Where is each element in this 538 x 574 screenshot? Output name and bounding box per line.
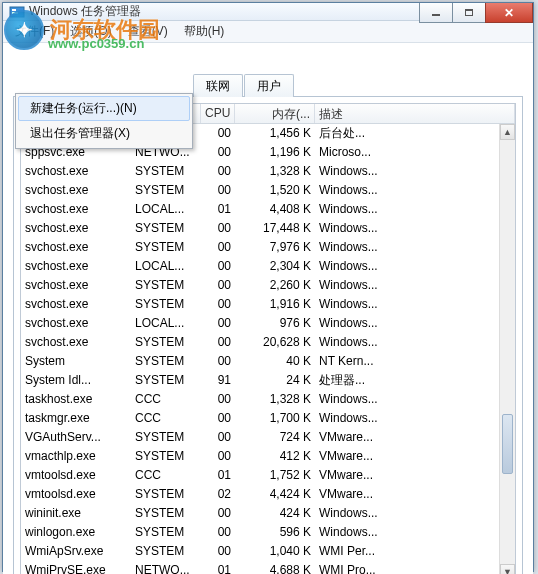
tab-networking[interactable]: 联网 (193, 74, 243, 97)
table-row[interactable]: svchost.exeSYSTEM001,328 KWindows... (21, 162, 515, 181)
process-list: 映像名称 用户名 CPU 内存(... 描述 spoolsv.exeSYSTEM… (20, 103, 516, 574)
table-row[interactable]: vmtoolsd.exeCCC011,752 KVMware... (21, 466, 515, 485)
scroll-down-icon[interactable]: ▼ (500, 564, 515, 574)
menubar: 文件(F) 选项(O) 查看(V) 帮助(H) (3, 21, 533, 43)
table-row[interactable]: WmiPrvSE.exeNETWO...014,688 KWMI Pro... (21, 561, 515, 574)
table-row[interactable]: svchost.exeSYSTEM002,260 KWindows... (21, 276, 515, 295)
table-row[interactable]: svchost.exeLOCAL...002,304 KWindows... (21, 257, 515, 276)
menu-item-exit[interactable]: 退出任务管理器(X) (18, 121, 190, 146)
task-manager-window: Windows 任务管理器 ✕ 文件(F) 选项(O) 查看(V) 帮助(H) … (2, 2, 534, 572)
tab-users[interactable]: 用户 (244, 74, 294, 97)
file-menu-dropdown: 新建任务(运行...)(N) 退出任务管理器(X) (15, 93, 193, 149)
table-row[interactable]: taskmgr.exeCCC001,700 KWindows... (21, 409, 515, 428)
scroll-up-icon[interactable]: ▲ (500, 124, 515, 140)
table-row[interactable]: WmiApSrv.exeSYSTEM001,040 KWMI Per... (21, 542, 515, 561)
svg-rect-2 (12, 12, 18, 14)
table-row[interactable]: svchost.exeSYSTEM0020,628 KWindows... (21, 333, 515, 352)
menu-item-new-task[interactable]: 新建任务(运行...)(N) (18, 96, 190, 121)
processes-panel: 映像名称 用户名 CPU 内存(... 描述 spoolsv.exeSYSTEM… (13, 97, 523, 574)
process-rows[interactable]: spoolsv.exeSYSTEM001,456 K后台处...sppsvc.e… (21, 124, 515, 574)
table-row[interactable]: taskhost.exeCCC001,328 KWindows... (21, 390, 515, 409)
table-row[interactable]: svchost.exeSYSTEM0017,448 KWindows... (21, 219, 515, 238)
col-cpu[interactable]: CPU (201, 104, 235, 123)
table-row[interactable]: svchost.exeSYSTEM001,520 KWindows... (21, 181, 515, 200)
table-row[interactable]: VGAuthServ...SYSTEM00724 KVMware... (21, 428, 515, 447)
app-icon (9, 4, 25, 20)
col-description[interactable]: 描述 (315, 104, 515, 123)
window-buttons: ✕ (420, 3, 533, 23)
menu-help[interactable]: 帮助(H) (176, 21, 233, 42)
scroll-thumb[interactable] (502, 414, 513, 474)
maximize-button[interactable] (452, 3, 486, 23)
table-row[interactable]: svchost.exeSYSTEM007,976 KWindows... (21, 238, 515, 257)
table-row[interactable]: wininit.exeSYSTEM00424 KWindows... (21, 504, 515, 523)
titlebar: Windows 任务管理器 ✕ (3, 3, 533, 21)
table-row[interactable]: vmtoolsd.exeSYSTEM024,424 KVMware... (21, 485, 515, 504)
table-row[interactable]: SystemSYSTEM0040 KNT Kern... (21, 352, 515, 371)
minimize-button[interactable] (419, 3, 453, 23)
menu-file[interactable]: 文件(F) (7, 21, 62, 42)
table-row[interactable]: svchost.exeLOCAL...014,408 KWindows... (21, 200, 515, 219)
col-memory[interactable]: 内存(... (235, 104, 315, 123)
table-row[interactable]: System Idl...SYSTEM9124 K处理器... (21, 371, 515, 390)
table-row[interactable]: vmacthlp.exeSYSTEM00412 KVMware... (21, 447, 515, 466)
table-row[interactable]: winlogon.exeSYSTEM00596 KWindows... (21, 523, 515, 542)
client-area: 联网 用户 映像名称 用户名 CPU 内存(... 描述 spoolsv.exe… (3, 43, 533, 574)
svg-rect-1 (12, 9, 16, 11)
close-button[interactable]: ✕ (485, 3, 533, 23)
menu-view[interactable]: 查看(V) (120, 21, 176, 42)
vertical-scrollbar[interactable]: ▲ ▼ (499, 124, 515, 574)
table-row[interactable]: svchost.exeSYSTEM001,916 KWindows... (21, 295, 515, 314)
menu-options[interactable]: 选项(O) (62, 21, 119, 42)
table-row[interactable]: svchost.exeLOCAL...00976 KWindows... (21, 314, 515, 333)
